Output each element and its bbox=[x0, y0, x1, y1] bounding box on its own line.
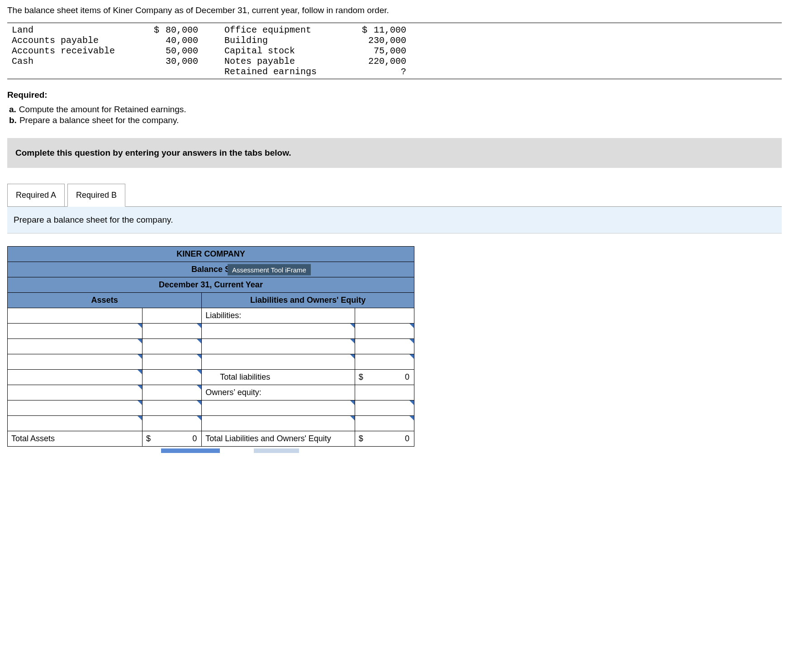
item-value: 80,000 bbox=[166, 25, 198, 35]
equity-amount-cell[interactable] bbox=[355, 385, 414, 400]
asset-amount-input[interactable] bbox=[142, 339, 201, 354]
liab-amount-input[interactable] bbox=[355, 324, 414, 339]
tab-required-b[interactable]: Required B bbox=[67, 184, 125, 207]
item-value: 30,000 bbox=[166, 56, 198, 67]
asset-amount-input[interactable] bbox=[142, 354, 201, 370]
asset-amount-input[interactable] bbox=[142, 400, 201, 416]
item-value: 220,000 bbox=[368, 56, 406, 67]
liab-amount-input[interactable] bbox=[355, 339, 414, 354]
assets-heading: Assets bbox=[8, 293, 202, 308]
asset-dropdown[interactable] bbox=[8, 324, 143, 339]
instruction-bar: Complete this question by entering your … bbox=[7, 138, 782, 168]
item-value: 11,000 bbox=[374, 25, 406, 35]
sheet-title-text: Balance S bbox=[191, 265, 230, 274]
sheet-company: KINER COMPANY bbox=[8, 247, 414, 262]
tab-required-a[interactable]: Required A bbox=[7, 184, 65, 207]
item-value: 230,000 bbox=[368, 35, 406, 46]
item-label: Land bbox=[7, 25, 147, 35]
req-text: Compute the amount for Retained earnings… bbox=[19, 105, 186, 114]
equity-amount-input[interactable] bbox=[355, 416, 414, 431]
asset-dropdown[interactable] bbox=[8, 416, 143, 431]
assessment-tooltip: Assessment Tool iFrame bbox=[228, 264, 311, 275]
item-label: Office equipment bbox=[220, 25, 356, 35]
tab-instruction: Prepare a balance sheet for the company. bbox=[7, 207, 782, 234]
item-label: Accounts receivable bbox=[7, 46, 147, 56]
total-liabilities-value: $0 bbox=[355, 370, 414, 385]
liab-dropdown[interactable] bbox=[202, 354, 355, 370]
asset-dropdown[interactable] bbox=[8, 339, 143, 354]
required-heading: Required: bbox=[7, 90, 782, 100]
sheet-title: Balance S Assessment Tool iFrame bbox=[8, 262, 414, 277]
horizontal-scrollbar[interactable] bbox=[7, 448, 414, 455]
total-liabilities-label: Total liabilities bbox=[202, 370, 355, 385]
req-letter: b. bbox=[9, 115, 19, 125]
item-label: Retained earnings bbox=[220, 67, 356, 77]
owners-equity-label: Owners’ equity: bbox=[202, 385, 355, 400]
asset-amount-input[interactable] bbox=[142, 385, 201, 400]
asset-amount-input[interactable] bbox=[142, 370, 201, 385]
req-letter: a. bbox=[9, 105, 19, 114]
tabs: Required A Required B bbox=[7, 183, 782, 207]
item-label: Cash bbox=[7, 56, 147, 67]
item-value: ? bbox=[401, 67, 406, 77]
equity-dropdown[interactable] bbox=[202, 400, 355, 416]
given-data-table: Land $ 80,000 Office equipment $ 11,000 … bbox=[7, 23, 782, 79]
total-assets-value: $0 bbox=[142, 431, 201, 447]
asset-amount-cell[interactable] bbox=[142, 308, 201, 324]
item-value: 40,000 bbox=[166, 35, 198, 46]
asset-amount-input[interactable] bbox=[142, 324, 201, 339]
equity-dropdown[interactable] bbox=[202, 416, 355, 431]
total-liab-equity-label: Total Liabilities and Owners' Equity bbox=[202, 431, 355, 447]
item-value: 50,000 bbox=[166, 46, 198, 56]
item-label: Building bbox=[220, 35, 356, 46]
asset-amount-input[interactable] bbox=[142, 416, 201, 431]
item-value: 75,000 bbox=[374, 46, 406, 56]
asset-dropdown[interactable] bbox=[8, 400, 143, 416]
balance-sheet-table: KINER COMPANY Balance S Assessment Tool … bbox=[7, 246, 414, 447]
liab-dropdown[interactable] bbox=[202, 324, 355, 339]
req-text: Prepare a balance sheet for the company. bbox=[19, 115, 179, 125]
problem-intro: The balance sheet items of Kiner Company… bbox=[7, 5, 782, 15]
liab-amount-cell[interactable] bbox=[355, 308, 414, 324]
currency-symbol: $ bbox=[362, 25, 368, 35]
item-label: Capital stock bbox=[220, 46, 356, 56]
sheet-date: December 31, Current Year bbox=[8, 277, 414, 293]
asset-dropdown[interactable] bbox=[8, 354, 143, 370]
asset-dropdown[interactable] bbox=[8, 385, 143, 400]
asset-dropdown[interactable] bbox=[8, 370, 143, 385]
total-assets-label: Total Assets bbox=[8, 431, 143, 447]
liabilities-label: Liabilities: bbox=[202, 308, 355, 324]
item-label: Notes payable bbox=[220, 56, 356, 67]
equity-amount-input[interactable] bbox=[355, 400, 414, 416]
liab-equity-heading: Liabilities and Owners' Equity bbox=[202, 293, 414, 308]
liab-amount-input[interactable] bbox=[355, 354, 414, 370]
requirements-list: a.Compute the amount for Retained earnin… bbox=[7, 105, 782, 125]
asset-cell[interactable] bbox=[8, 308, 143, 324]
item-label: Accounts payable bbox=[7, 35, 147, 46]
total-liab-equity-value: $0 bbox=[355, 431, 414, 447]
currency-symbol: $ bbox=[154, 25, 160, 35]
liab-dropdown[interactable] bbox=[202, 339, 355, 354]
